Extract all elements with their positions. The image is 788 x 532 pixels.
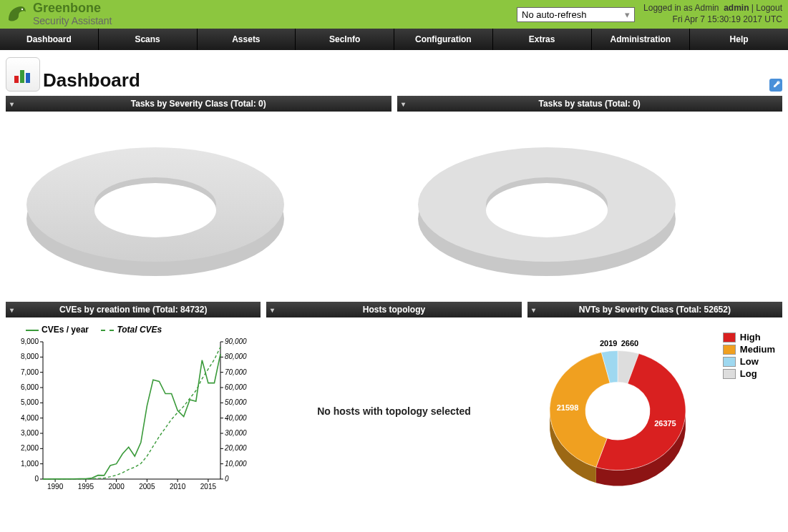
nvt-donut-svg: 266026375215982019	[532, 317, 711, 503]
svg-text:6,000: 6,000	[21, 383, 39, 391]
chevron-down-icon[interactable]: ▾	[10, 306, 14, 314]
chevron-down-icon[interactable]: ▾	[271, 306, 274, 314]
brand-line2: Security Assistant	[33, 16, 112, 26]
dashboard-chart-icon	[6, 57, 40, 92]
svg-point-12	[486, 183, 608, 237]
menu-dashboard[interactable]: Dashboard	[0, 29, 99, 50]
svg-text:2015: 2015	[200, 483, 217, 491]
widget-nvts-severity: ▾ NVTs by Severity Class (Total: 52652) …	[527, 302, 782, 505]
line-chart: CVEs / year Total CVEs 01,0002,0003,0004…	[6, 317, 261, 505]
page-title: Dashboard	[43, 69, 140, 92]
svg-text:50,000: 50,000	[225, 398, 247, 406]
menu-help[interactable]: Help	[690, 29, 788, 50]
chevron-down-icon[interactable]: ▾	[10, 100, 14, 108]
svg-text:20,000: 20,000	[224, 444, 247, 452]
login-info: Logged in as Admin admin | Logout Fri Ap…	[643, 3, 782, 25]
menu-secinfo[interactable]: SecInfo	[296, 29, 394, 50]
dashboard-grid: ▾ Tasks by Severity Class (Total: 0)	[0, 96, 788, 516]
svg-text:2000: 2000	[108, 483, 125, 491]
login-prefix: Logged in as Admin	[643, 3, 719, 13]
svg-text:0: 0	[34, 475, 39, 483]
widget-title[interactable]: ▾ CVEs by creation time (Total: 84732)	[6, 302, 261, 317]
empty-donut-chart	[397, 112, 783, 296]
nvt-legend: High Medium Low Log	[723, 332, 775, 380]
widget-title[interactable]: ▾ Tasks by Severity Class (Total: 0)	[6, 96, 391, 112]
auto-refresh-select[interactable]: No auto-refresh	[517, 7, 635, 22]
svg-text:10,000: 10,000	[225, 460, 247, 468]
svg-text:2005: 2005	[139, 483, 155, 491]
svg-text:1995: 1995	[78, 483, 94, 491]
svg-rect-3	[26, 73, 30, 83]
logout-link[interactable]: Logout	[756, 3, 782, 13]
app-header: Greenbone Security Assistant No auto-ref…	[0, 0, 788, 29]
svg-point-72	[585, 383, 650, 440]
svg-text:9,000: 9,000	[21, 338, 39, 345]
svg-text:21598: 21598	[556, 403, 578, 412]
svg-text:80,000: 80,000	[225, 353, 247, 360]
chevron-down-icon[interactable]: ▾	[532, 306, 535, 314]
timestamp: Fri Apr 7 15:30:19 2017 UTC	[643, 14, 782, 26]
greenbone-logo-icon	[6, 3, 29, 26]
widget-title[interactable]: ▾ Hosts topology	[266, 302, 521, 317]
auto-refresh-value: No auto-refresh	[522, 9, 586, 20]
svg-text:1990: 1990	[47, 483, 64, 491]
widget-tasks-status: ▾ Tasks by status (Total: 0)	[397, 96, 783, 296]
widget-tasks-severity: ▾ Tasks by Severity Class (Total: 0)	[6, 96, 391, 296]
svg-text:0: 0	[225, 475, 229, 483]
svg-text:2660: 2660	[621, 339, 638, 348]
svg-point-0	[21, 9, 23, 10]
logo-area: Greenbone Security Assistant	[6, 1, 112, 26]
svg-rect-1	[14, 76, 19, 83]
hosts-topology-body: No hosts with topology selected	[266, 317, 521, 505]
svg-text:26375: 26375	[654, 419, 676, 428]
main-menubar: Dashboard Scans Assets SecInfo Configura…	[0, 29, 788, 50]
page-heading: Dashboard	[0, 50, 788, 96]
svg-text:40,000: 40,000	[225, 414, 247, 422]
svg-text:3,000: 3,000	[21, 429, 39, 437]
menu-assets[interactable]: Assets	[198, 29, 296, 50]
username-link[interactable]: admin	[724, 3, 749, 13]
svg-text:60,000: 60,000	[225, 383, 247, 391]
svg-text:7,000: 7,000	[21, 368, 39, 376]
empty-donut-chart	[6, 112, 391, 296]
widget-hosts-topology: ▾ Hosts topology No hosts with topology …	[266, 302, 521, 505]
widget-cves-time: ▾ CVEs by creation time (Total: 84732) C…	[6, 302, 261, 505]
svg-text:90,000: 90,000	[225, 338, 247, 345]
edit-dashboard-button[interactable]	[769, 79, 782, 92]
topology-empty-message: No hosts with topology selected	[266, 317, 521, 505]
svg-text:4,000: 4,000	[21, 414, 39, 422]
svg-text:8,000: 8,000	[21, 353, 39, 360]
donut-chart: 266026375215982019 High Medium Low Log	[527, 317, 782, 505]
svg-text:2019: 2019	[600, 339, 617, 348]
menu-scans[interactable]: Scans	[99, 29, 198, 50]
svg-text:70,000: 70,000	[225, 368, 247, 376]
svg-text:2010: 2010	[170, 483, 186, 491]
menu-extras[interactable]: Extras	[493, 29, 592, 50]
menu-administration[interactable]: Administration	[592, 29, 691, 50]
brand-line1: Greenbone	[33, 1, 112, 16]
widget-title[interactable]: ▾ NVTs by Severity Class (Total: 52652)	[527, 302, 782, 317]
line-chart-svg: 01,0002,0003,0004,0005,0006,0007,0008,00…	[6, 335, 258, 499]
svg-text:2,000: 2,000	[21, 444, 39, 452]
svg-point-8	[94, 183, 216, 237]
svg-rect-2	[20, 70, 24, 83]
svg-text:1,000: 1,000	[21, 460, 39, 468]
widget-title[interactable]: ▾ Tasks by status (Total: 0)	[397, 96, 783, 112]
logo-text: Greenbone Security Assistant	[33, 1, 112, 26]
svg-text:5,000: 5,000	[21, 398, 39, 406]
menu-configuration[interactable]: Configuration	[394, 29, 493, 50]
line-chart-legend: CVEs / year Total CVEs	[6, 317, 261, 335]
svg-text:30,000: 30,000	[225, 429, 247, 437]
chevron-down-icon[interactable]: ▾	[402, 100, 405, 108]
